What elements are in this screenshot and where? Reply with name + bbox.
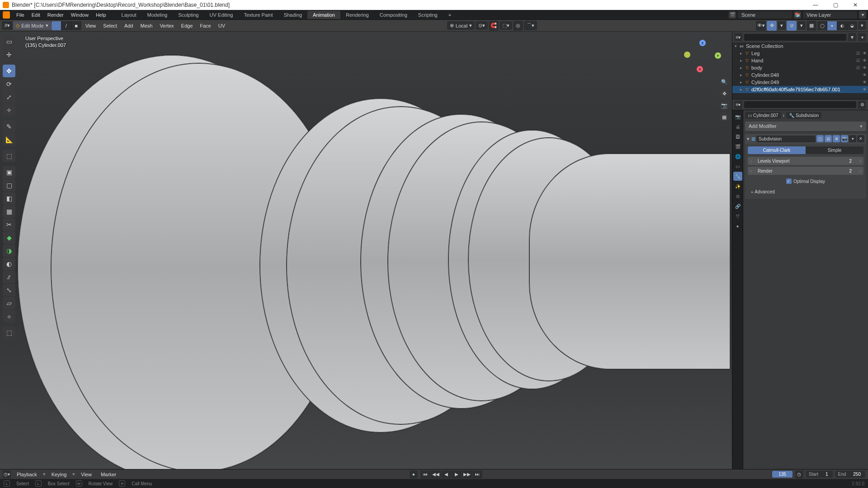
tool-slide[interactable]: ⫽ (3, 271, 15, 283)
tool-shear[interactable]: ▱ (3, 297, 15, 310)
minimize-button[interactable]: — (806, 0, 826, 10)
mod-render-toggle[interactable]: 📷 (841, 135, 848, 142)
current-frame[interactable]: 135 (772, 471, 793, 478)
subdiv-simple[interactable]: Simple (806, 146, 863, 154)
zoom-icon[interactable]: 🔍 (719, 77, 729, 87)
tool-annotate[interactable]: ✎ (3, 120, 15, 133)
prop-tab-output[interactable]: 🖨 (733, 122, 742, 131)
outliner-filter-button[interactable]: ▼ (848, 33, 856, 41)
outliner-item-cyl048[interactable]: ▸▽Cylinder.048👁 (732, 71, 868, 79)
snap-toggle[interactable]: 🧲 (489, 21, 499, 31)
prop-tab-render[interactable]: 📷 (733, 112, 742, 121)
preview-range[interactable]: ◷ (795, 470, 803, 479)
menu-window[interactable]: Window (67, 11, 92, 19)
viewport-3d[interactable]: User Perspective (135) Cylinder.007 ▭ ✛ … (0, 32, 732, 469)
tool-transform[interactable]: ✧ (3, 104, 15, 117)
prop-tab-scene[interactable]: 🎬 (733, 142, 742, 151)
prop-tab-particles[interactable]: ✨ (733, 182, 742, 191)
axis-neg[interactable] (684, 52, 690, 58)
menu-file[interactable]: File (13, 11, 28, 19)
tab-uv-editing[interactable]: UV Editing (204, 11, 238, 19)
chevron-down-icon[interactable]: ▾ (747, 136, 750, 142)
props-options[interactable]: ⚙ (858, 101, 866, 109)
prop-tab-object[interactable]: ▭ (733, 162, 742, 171)
eye-icon[interactable]: 👁 (862, 58, 867, 63)
tool-select[interactable]: ▭ (3, 35, 15, 48)
tab-shading[interactable]: Shading (278, 11, 307, 19)
shade-solid[interactable]: ● (827, 21, 837, 30)
prev-key[interactable]: ◀◀ (431, 470, 441, 479)
mod-realtime-toggle[interactable]: 🖥 (833, 135, 840, 142)
eye-icon[interactable]: 👁 (862, 51, 867, 56)
header-edge[interactable]: Edge (178, 22, 196, 30)
shading-dropdown[interactable]: ▾ (858, 21, 866, 30)
tool-measure[interactable]: 📐 (3, 133, 15, 146)
vertex-select-mode[interactable]: · (52, 21, 61, 30)
play-fwd[interactable]: ▶ (452, 470, 462, 479)
eye-icon[interactable]: 👁 (862, 65, 867, 70)
levels-render-field[interactable]: ‹Render2› (748, 167, 863, 175)
breadcrumb-modifier[interactable]: 🔧 Subdivision (786, 112, 821, 119)
eye-icon[interactable]: 👁 (862, 80, 867, 85)
breadcrumb-object[interactable]: ▭ Cylinder.007 (745, 112, 781, 119)
tool-rotate[interactable]: ⟳ (3, 78, 15, 90)
tab-texture-paint[interactable]: Texture Paint (238, 11, 278, 19)
mode-dropdown[interactable]: ◇Edit Mode▾ (13, 21, 51, 30)
header-view[interactable]: View (82, 22, 99, 30)
snap-target[interactable]: ⬚▾ (500, 21, 512, 30)
header-face[interactable]: Face (197, 22, 214, 30)
mod-extra-dropdown[interactable]: ▾ (849, 135, 856, 142)
prop-tab-data[interactable]: ▽ (733, 211, 742, 221)
levels-viewport-field[interactable]: ‹Levels Viewport2› (748, 157, 863, 165)
shade-wireframe[interactable]: ◯ (817, 21, 827, 30)
tool-shrink[interactable]: ⤡ (3, 284, 15, 296)
overlay-dropdown[interactable]: ▾ (797, 21, 806, 30)
jump-start[interactable]: ⏮ (420, 470, 430, 479)
timeline-marker[interactable]: Marker (98, 471, 119, 478)
next-key[interactable]: ▶▶ (462, 470, 472, 479)
viewlayer-selector[interactable]: View Layer (803, 11, 857, 19)
outliner-item-body[interactable]: ▸▽body☑👁 (732, 64, 868, 71)
shade-matpreview[interactable]: ◐ (837, 21, 847, 30)
visibility-dropdown[interactable]: 👁▾ (756, 21, 766, 31)
timeline-keying[interactable]: Keying (48, 471, 70, 478)
menu-render[interactable]: Render (44, 11, 67, 19)
xray-toggle[interactable]: ▦ (807, 21, 816, 31)
optimal-display-row[interactable]: ✓ Optimal Display (748, 177, 863, 186)
prop-tab-constraints[interactable]: 🔗 (733, 202, 742, 211)
hide-icon[interactable]: ☑ (855, 51, 861, 56)
tool-scale[interactable]: ⤢ (3, 91, 15, 103)
tab-sculpting[interactable]: Sculpting (173, 11, 204, 19)
menu-help[interactable]: Help (92, 11, 110, 19)
pivot-dropdown[interactable]: ⊙▾ (476, 21, 488, 30)
eye-icon[interactable]: 👁 (862, 72, 867, 78)
new-viewlayer-button[interactable]: ▾ (859, 11, 866, 19)
tool-loopcut[interactable]: ▦ (3, 205, 15, 218)
tool-bevel[interactable]: ◧ (3, 192, 15, 205)
editor-type-dropdown[interactable]: #▾ (2, 21, 13, 30)
proportional-toggle[interactable]: ◎ (513, 21, 523, 31)
tool-smooth[interactable]: ◐ (3, 258, 15, 270)
scene-selector[interactable]: Scene (738, 11, 792, 19)
tab-rendering[interactable]: Rendering (340, 11, 374, 19)
tool-rip[interactable]: ⟐ (3, 310, 15, 323)
mod-oncage-toggle[interactable]: ◫ (816, 135, 824, 142)
header-add[interactable]: Add (121, 22, 137, 30)
tool-cursor[interactable]: ✛ (3, 48, 15, 61)
frame-end[interactable]: End250 (835, 471, 865, 478)
tool-last[interactable]: ⬚ (3, 326, 15, 339)
props-search[interactable] (744, 101, 856, 108)
outliner-editor-type[interactable]: ≡▾ (734, 33, 742, 41)
tool-spin[interactable]: ◑ (3, 244, 15, 257)
header-vertex[interactable]: Vertex (156, 22, 177, 30)
prop-tab-world[interactable]: 🌐 (733, 152, 742, 161)
tool-polybuild[interactable]: ◆ (3, 231, 15, 244)
prop-tab-material[interactable]: ● (733, 221, 742, 230)
proportional-falloff[interactable]: ⌒▾ (524, 21, 537, 30)
outliner-root[interactable]: ▾▭Scene Collection (732, 42, 868, 50)
eye-icon[interactable]: 👁 (862, 87, 867, 92)
modifier-advanced[interactable]: Advanced (748, 188, 863, 196)
timeline-playback[interactable]: Playback (14, 471, 40, 478)
gizmo-toggle[interactable]: ✥ (767, 21, 777, 31)
modifier-name-field[interactable]: Subdivision (756, 136, 816, 142)
